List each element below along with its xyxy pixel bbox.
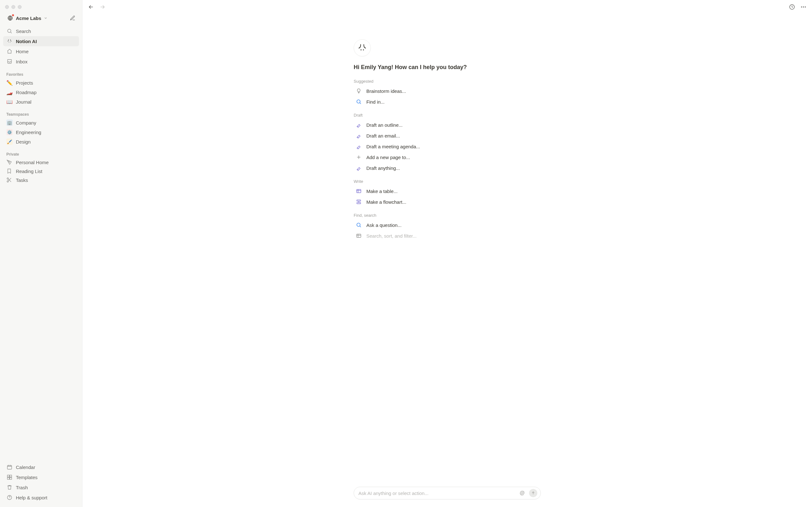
- page-emoji: ✏️: [6, 79, 13, 86]
- action-label: Find in...: [366, 99, 385, 105]
- favorite-item-journal[interactable]: 📖 Journal: [3, 97, 79, 107]
- pen-icon: [356, 122, 362, 128]
- bulb-icon: [356, 88, 362, 94]
- teamspace-item-company[interactable]: 🏢 Company: [3, 118, 79, 127]
- calendar-icon: [6, 464, 13, 470]
- trash-icon: [6, 484, 13, 491]
- flowchart-icon: [356, 199, 362, 205]
- nav-label: Trash: [16, 485, 28, 490]
- bookmark-icon: [6, 168, 13, 174]
- teamspace-icon: ⚙️: [6, 129, 13, 135]
- ai-draft-outline[interactable]: Draft an outline...: [354, 119, 541, 130]
- sidebar-item-templates[interactable]: Templates: [3, 472, 79, 482]
- svg-point-1: [8, 29, 11, 33]
- nav-label: Search: [16, 29, 31, 34]
- ai-suggested-brainstorm[interactable]: Brainstorm ideas...: [354, 86, 541, 96]
- sidebar-item-calendar[interactable]: Calendar: [3, 462, 79, 472]
- ai-draft-anything[interactable]: Draft anything...: [354, 163, 541, 173]
- svg-point-4: [9, 161, 9, 162]
- help-icon: [6, 494, 13, 501]
- mention-button[interactable]: @: [518, 490, 526, 496]
- action-label: Brainstorm ideas...: [366, 89, 406, 94]
- ai-suggested-find-in[interactable]: Find in...: [354, 96, 541, 107]
- action-label: Make a flowchart...: [366, 199, 406, 205]
- ai-ask-input[interactable]: [358, 491, 515, 496]
- teamspace-item-engineering[interactable]: ⚙️ Engineering: [3, 127, 79, 137]
- svg-point-25: [357, 223, 360, 227]
- sidebar-item-help[interactable]: Help & support: [3, 493, 79, 503]
- search-icon: [356, 99, 362, 105]
- page-label: Roadmap: [16, 90, 37, 95]
- svg-point-17: [803, 6, 804, 7]
- chevron-down-icon: [44, 16, 48, 20]
- private-item-reading-list[interactable]: Reading List: [3, 167, 79, 176]
- favorite-item-roadmap[interactable]: 🏎️ Roadmap: [3, 88, 79, 97]
- compose-button[interactable]: [68, 14, 77, 22]
- section-title-favorites: Favorites: [3, 66, 79, 78]
- action-label: Draft an outline...: [366, 122, 403, 128]
- svg-rect-23: [357, 200, 361, 201]
- ai-draft-add-page[interactable]: Add a new page to...: [354, 152, 541, 163]
- svg-rect-11: [7, 477, 9, 480]
- action-label: Draft anything...: [366, 165, 400, 171]
- page-label: Projects: [16, 80, 33, 86]
- send-button[interactable]: [529, 489, 537, 497]
- ai-write-flowchart[interactable]: Make a flowchart...: [354, 196, 541, 207]
- inbox-icon: [6, 58, 13, 65]
- sidebar-item-home[interactable]: Home: [3, 46, 79, 56]
- teamspace-icon: 🏢: [6, 119, 13, 126]
- sidebar-item-notion-ai[interactable]: Notion AI: [3, 36, 79, 46]
- ai-write-table[interactable]: Make a table...: [354, 186, 541, 196]
- svg-rect-8: [7, 465, 12, 469]
- action-label: Ask a question...: [366, 222, 402, 228]
- traffic-minimize[interactable]: [11, 5, 15, 9]
- svg-rect-22: [357, 189, 361, 193]
- table-icon: [356, 233, 362, 239]
- ai-find-ask[interactable]: Ask a question...: [354, 220, 541, 230]
- home-icon: [6, 48, 13, 55]
- globe-icon: [7, 15, 13, 21]
- ai-find-search-sort[interactable]: Search, sort, and filter...: [354, 230, 541, 241]
- workspace-switcher[interactable]: Acme Labs: [5, 13, 49, 23]
- private-item-personal-home[interactable]: Personal Home: [3, 158, 79, 167]
- page-label: Company: [16, 120, 36, 125]
- svg-point-16: [801, 6, 802, 7]
- sidebar-item-search[interactable]: Search: [3, 26, 79, 36]
- ai-panel: Hi Emily Yang! How can I help you today?…: [354, 39, 541, 241]
- action-label: Make a table...: [366, 188, 397, 194]
- ai-draft-email[interactable]: Draft an email...: [354, 130, 541, 141]
- private-item-tasks[interactable]: Tasks: [3, 176, 79, 184]
- section-title-teamspaces: Teamspaces: [3, 107, 79, 118]
- page-label: Journal: [16, 99, 32, 105]
- traffic-close[interactable]: [5, 5, 9, 9]
- svg-rect-24: [357, 203, 361, 204]
- notion-ai-logo: [354, 39, 371, 56]
- nav-label: Notion AI: [16, 39, 37, 44]
- svg-point-5: [9, 162, 10, 163]
- history-button[interactable]: [787, 2, 797, 12]
- table-icon: [356, 188, 362, 194]
- nav-back-button[interactable]: [86, 2, 96, 12]
- action-label: Search, sort, and filter...: [366, 233, 416, 239]
- ai-draft-agenda[interactable]: Draft a meeting agenda...: [354, 141, 541, 152]
- more-button[interactable]: [799, 2, 808, 12]
- pizza-icon: [6, 159, 13, 165]
- notion-ai-icon: [6, 38, 13, 44]
- pen-icon: [356, 143, 362, 150]
- sidebar: Acme Labs Search: [0, 0, 83, 507]
- sidebar-item-inbox[interactable]: Inbox: [3, 56, 79, 66]
- section-title-private: Private: [3, 147, 79, 158]
- svg-point-20: [363, 49, 364, 50]
- nav-forward-button[interactable]: [98, 2, 107, 12]
- ai-ask-bar[interactable]: @: [354, 487, 541, 499]
- action-label: Draft an email...: [366, 133, 400, 138]
- nav-label: Inbox: [16, 59, 28, 64]
- svg-rect-26: [357, 234, 361, 238]
- sidebar-item-trash[interactable]: Trash: [3, 482, 79, 493]
- page-emoji: 🏎️: [6, 89, 13, 95]
- nav-label: Help & support: [16, 495, 47, 500]
- favorite-item-projects[interactable]: ✏️ Projects: [3, 78, 79, 88]
- nav-label: Home: [16, 49, 29, 54]
- teamspace-item-design[interactable]: 🖌️ Design: [3, 137, 79, 147]
- traffic-zoom[interactable]: [18, 5, 21, 9]
